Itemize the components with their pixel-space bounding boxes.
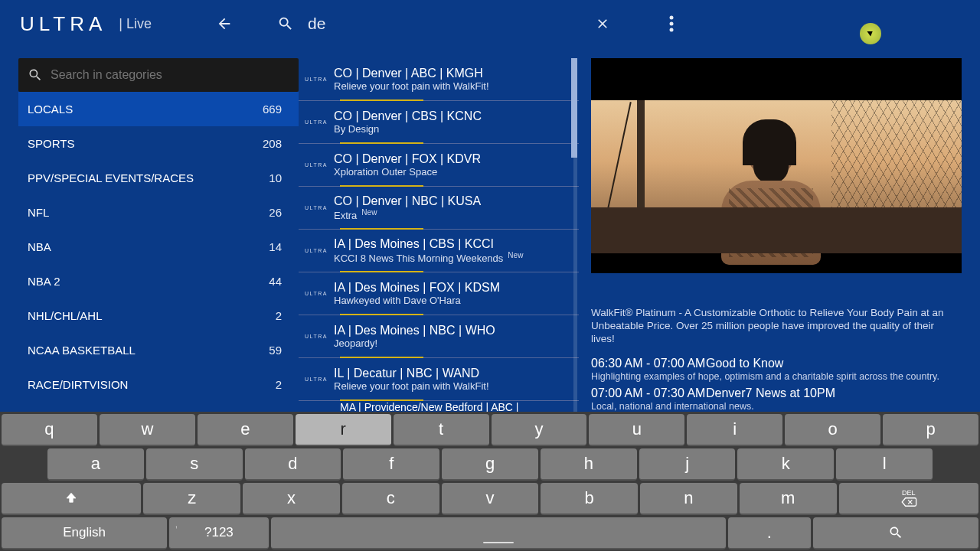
category-item[interactable]: NCAA BASKETBALL59 xyxy=(18,333,299,367)
scrollbar-track[interactable] xyxy=(573,58,577,412)
key-j[interactable]: j xyxy=(639,448,736,481)
key-t[interactable]: t xyxy=(394,414,489,446)
key-symbols[interactable]: ,?123 xyxy=(169,517,269,549)
key-delete[interactable]: DEL xyxy=(839,483,978,515)
channel-item[interactable]: ULTRACO | Denver | CBS | KCNCBy Design xyxy=(299,101,579,144)
key-h[interactable]: h xyxy=(541,448,637,481)
category-count: 2 xyxy=(276,378,282,391)
channel-item[interactable]: ULTRACO | Denver | ABC | KMGHRelieve you… xyxy=(299,58,579,101)
category-count: 208 xyxy=(263,137,282,150)
key-k[interactable]: k xyxy=(737,448,834,481)
schedule-time: 07:00 AM - 07:30 AM xyxy=(591,386,706,400)
category-name: LOCALS xyxy=(28,103,73,116)
video-preview[interactable] xyxy=(591,58,962,273)
new-badge: New xyxy=(508,251,523,259)
channel-item[interactable]: ULTRAIL | Decatur | NBC | WANDRelieve yo… xyxy=(299,358,579,401)
schedule-time: 06:30 AM - 07:00 AM xyxy=(591,357,706,370)
category-name: NBA xyxy=(28,240,51,253)
key-m[interactable]: m xyxy=(740,483,837,515)
category-search[interactable] xyxy=(18,58,299,92)
close-icon xyxy=(595,16,610,31)
channel-item[interactable]: ULTRAIA | Des Moines | CBS | KCCIKCCI 8 … xyxy=(299,230,579,272)
channel-program: ExtraNew xyxy=(334,208,574,221)
key-p[interactable]: p xyxy=(883,414,978,446)
key-s[interactable]: s xyxy=(146,448,243,481)
schedule-row: 06:30 AM - 07:00 AMGood to KnowHighlight… xyxy=(591,357,951,382)
channel-item[interactable]: ULTRACO | Denver | NBC | KUSAExtraNew xyxy=(299,187,579,230)
channel-title: IA | Des Moines | NBC | WHO xyxy=(334,324,574,337)
key-z[interactable]: z xyxy=(143,483,240,515)
arrow-left-icon xyxy=(216,15,233,32)
category-item[interactable]: PPV/SPECIAL EVENTS/RACES10 xyxy=(18,161,299,195)
channel-item-partial[interactable]: MA | Providence/New Bedford | ABC | xyxy=(299,401,579,412)
channel-list: ULTRACO | Denver | ABC | KMGHRelieve you… xyxy=(299,58,579,412)
key-i[interactable]: i xyxy=(687,414,782,446)
search-icon xyxy=(274,12,297,35)
category-name: NFL xyxy=(28,206,49,219)
key-e[interactable]: e xyxy=(198,414,293,446)
key-a[interactable]: a xyxy=(47,448,144,481)
more-menu-button[interactable] xyxy=(660,12,683,35)
back-button[interactable] xyxy=(213,12,236,35)
key-period[interactable]: . xyxy=(728,517,811,549)
channel-program: Relieve your foot pain with WalkFit! xyxy=(334,380,574,392)
key-shift[interactable] xyxy=(2,483,141,515)
key-r[interactable]: r xyxy=(296,414,391,446)
header: ULTRA | Live xyxy=(0,0,980,47)
channel-program: KCCI 8 News This Morning WeekendsNew xyxy=(334,251,574,264)
category-item[interactable]: RACE/DIRTVISION2 xyxy=(18,367,299,402)
key-f[interactable]: f xyxy=(343,448,439,481)
backspace-icon xyxy=(900,497,917,507)
channel-title: CO | Denver | ABC | KMGH xyxy=(334,67,574,80)
category-count: 669 xyxy=(263,103,282,116)
key-u[interactable]: u xyxy=(589,414,684,446)
key-o[interactable]: o xyxy=(785,414,880,446)
key-v[interactable]: v xyxy=(442,483,539,515)
schedule-list: 06:30 AM - 07:00 AMGood to KnowHighlight… xyxy=(591,352,951,412)
mouse-cursor xyxy=(860,23,881,44)
category-item[interactable]: NBA 244 xyxy=(18,264,299,298)
channel-logo: ULTRA xyxy=(299,144,334,186)
key-q[interactable]: q xyxy=(2,414,97,446)
category-name: PPV/SPECIAL EVENTS/RACES xyxy=(28,171,194,184)
key-b[interactable]: b xyxy=(541,483,638,515)
category-item[interactable]: LOCALS669 xyxy=(18,92,299,126)
preview-column: WalkFit® Platinum - A Customizable Ortho… xyxy=(579,58,962,412)
key-d[interactable]: d xyxy=(245,448,341,481)
categories-column: LOCALS669SPORTS208PPV/SPECIAL EVENTS/RAC… xyxy=(18,58,299,412)
channels-column: ULTRACO | Denver | ABC | KMGHRelieve you… xyxy=(299,58,579,412)
channel-item[interactable]: ULTRAIA | Des Moines | FOX | KDSMHawkeye… xyxy=(299,272,579,315)
category-name: NCAA BASKETBALL xyxy=(28,344,136,357)
key-space[interactable] xyxy=(271,517,726,549)
key-x[interactable]: x xyxy=(243,483,340,515)
key-n[interactable]: n xyxy=(640,483,737,515)
schedule-desc: Local, national and international news. xyxy=(591,401,951,412)
category-item[interactable]: NFL26 xyxy=(18,195,299,230)
schedule-title: Good to Know xyxy=(706,357,783,370)
category-item[interactable]: NBA14 xyxy=(18,230,299,264)
channel-item[interactable]: ULTRAIA | Des Moines | NBC | WHOJeopardy… xyxy=(299,315,579,358)
key-c[interactable]: c xyxy=(342,483,439,515)
search-input[interactable] xyxy=(308,15,461,33)
channel-program: Relieve your foot pain with WalkFit! xyxy=(334,80,574,92)
key-g[interactable]: g xyxy=(442,448,538,481)
category-name: RACE/DIRTVISION xyxy=(28,378,128,391)
category-count: 14 xyxy=(269,240,282,253)
key-w[interactable]: w xyxy=(100,414,195,446)
channel-title: CO | Denver | FOX | KDVR xyxy=(334,152,574,166)
category-item[interactable]: SPORTS208 xyxy=(18,126,299,161)
scrollbar-thumb[interactable] xyxy=(571,58,577,158)
clear-search-button[interactable] xyxy=(591,12,614,35)
svg-point-2 xyxy=(670,28,674,32)
search-icon xyxy=(888,525,903,540)
category-search-input[interactable] xyxy=(51,68,289,82)
channel-item[interactable]: ULTRACO | Denver | FOX | KDVRXploration … xyxy=(299,144,579,187)
key-search[interactable] xyxy=(813,517,978,549)
key-l[interactable]: l xyxy=(836,448,933,481)
schedule-desc: Highlighting examples of hope, optimism … xyxy=(591,371,951,382)
svg-point-1 xyxy=(670,22,674,26)
schedule-row: 07:00 AM - 07:30 AMDenver7 News at 10PML… xyxy=(591,386,951,412)
category-item[interactable]: NHL/CHL/AHL2 xyxy=(18,298,299,333)
key-language[interactable]: English xyxy=(2,517,167,549)
key-y[interactable]: y xyxy=(492,414,587,446)
